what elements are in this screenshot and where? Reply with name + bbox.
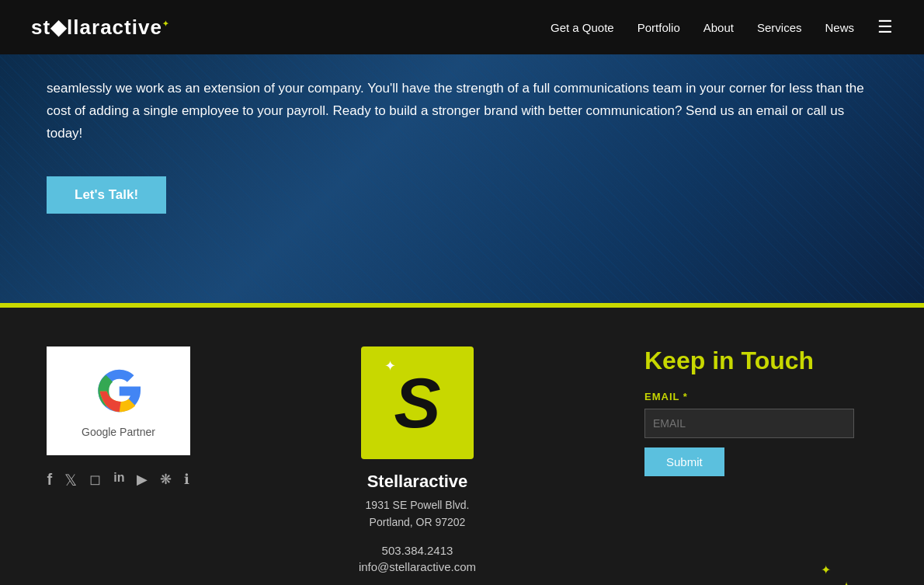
social-icons-row: f 𝕏 ◻ in ▶ ❋ ℹ <box>47 471 190 489</box>
youtube-icon[interactable]: ▶ <box>137 471 148 489</box>
star-icon: ✦ <box>384 357 396 374</box>
email-field-label: EMAIL * <box>644 391 877 402</box>
lets-talk-button[interactable]: Let's Talk! <box>47 176 166 214</box>
footer-left: Google Partner f 𝕏 ◻ in ▶ ❋ ℹ <box>47 346 190 489</box>
logo[interactable]: st◆llaractive✦ <box>31 16 169 40</box>
keep-in-touch-section: Keep in Touch EMAIL * Submit <box>644 346 877 476</box>
company-name: Stellaractive <box>367 472 468 492</box>
footer: Google Partner f 𝕏 ◻ in ▶ ❋ ℹ ✦ S Stella… <box>0 308 924 585</box>
nav-links: Get a Quote Portfolio About Services New… <box>551 17 893 37</box>
nav-about[interactable]: About <box>703 21 734 34</box>
footer-main: Google Partner f 𝕏 ◻ in ▶ ❋ ℹ ✦ S Stella… <box>47 346 877 573</box>
keep-in-touch-title: Keep in Touch <box>644 346 877 375</box>
email-input[interactable] <box>644 409 854 438</box>
google-partner-badge[interactable]: Google Partner <box>47 346 190 455</box>
navbar: st◆llaractive✦ Get a Quote Portfolio Abo… <box>0 0 924 54</box>
twitter-icon[interactable]: 𝕏 <box>64 471 77 489</box>
info-icon[interactable]: ℹ <box>184 471 189 489</box>
sparkle-2: ✦ <box>839 578 854 585</box>
nav-get-a-quote[interactable]: Get a Quote <box>551 21 614 34</box>
footer-center: ✦ S Stellaractive 1931 SE Powell Blvd. P… <box>359 346 476 573</box>
google-g-logo <box>92 364 146 418</box>
hero-body-text: seamlessly we work as an extension of yo… <box>47 78 877 145</box>
stellaractive-logo: ✦ S <box>361 346 474 459</box>
hamburger-icon[interactable]: ☰ <box>877 17 893 37</box>
google-partner-label: Google Partner <box>82 426 155 438</box>
footer-address: 1931 SE Powell Blvd. Portland, OR 97202 <box>366 496 470 531</box>
nav-news[interactable]: News <box>825 21 854 34</box>
logo-text: st◆llaractive✦ <box>31 16 169 39</box>
nav-services[interactable]: Services <box>757 21 802 34</box>
hero-section: seamlessly we work as an extension of yo… <box>0 54 924 303</box>
hero-content: seamlessly we work as an extension of yo… <box>47 78 877 214</box>
s-logo-letter: S <box>394 368 440 438</box>
sparkle-1: ✦ <box>821 562 831 577</box>
facebook-icon[interactable]: f <box>47 471 53 489</box>
submit-button[interactable]: Submit <box>644 447 724 476</box>
yelp-icon[interactable]: ❋ <box>160 471 172 489</box>
footer-phone: 503.384.2413 <box>382 544 453 557</box>
linkedin-icon[interactable]: in <box>113 471 124 489</box>
nav-portfolio[interactable]: Portfolio <box>637 21 680 34</box>
instagram-icon[interactable]: ◻ <box>89 471 101 489</box>
footer-email[interactable]: info@stellaractive.com <box>359 560 476 573</box>
